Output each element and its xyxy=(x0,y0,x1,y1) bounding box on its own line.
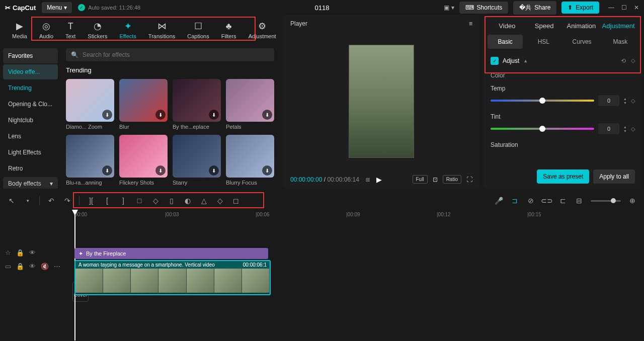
stepper-icon[interactable]: ▲▼ xyxy=(623,125,627,133)
effect-card[interactable]: ⬇Blurry Focus xyxy=(226,135,274,186)
subtab-hsl[interactable]: HSL xyxy=(526,35,561,49)
tab-animation[interactable]: Animation xyxy=(563,22,600,30)
player-preview[interactable] xyxy=(349,45,414,158)
subtab-mask[interactable]: Mask xyxy=(603,35,638,49)
magnet-icon[interactable]: ⊐ xyxy=(510,196,519,205)
trim-right-icon[interactable]: ] xyxy=(119,196,128,205)
full-button[interactable]: Full xyxy=(413,175,428,184)
delete-icon[interactable]: □ xyxy=(135,196,144,205)
pointer-icon[interactable]: ↖ xyxy=(7,196,16,205)
redo-icon[interactable]: ↷ xyxy=(63,196,72,205)
subtab-basic[interactable]: Basic xyxy=(488,35,523,49)
eye-icon[interactable]: 👁 xyxy=(29,249,36,257)
effect-card[interactable]: ⬇By the...eplace xyxy=(173,79,221,130)
rotate-icon[interactable]: ◇ xyxy=(215,196,224,205)
lock-icon[interactable]: 🔒 xyxy=(16,263,24,270)
stepper-icon[interactable]: ▲▼ xyxy=(623,97,627,105)
tab-adjustment-right[interactable]: Adjustment xyxy=(600,22,637,30)
star-icon[interactable]: ☆ xyxy=(5,249,11,257)
download-icon[interactable]: ⬇ xyxy=(102,165,112,176)
effect-card[interactable]: ⬇Diamo... Zoom xyxy=(66,79,114,130)
sidebar-favorites[interactable]: Favorites xyxy=(3,48,58,63)
lock-icon[interactable]: 🔒 xyxy=(16,249,24,257)
mirror-icon[interactable]: △ xyxy=(199,196,208,205)
download-icon[interactable]: ⬇ xyxy=(262,110,272,120)
download-icon[interactable]: ⬇ xyxy=(155,110,166,120)
download-icon[interactable]: ⬇ xyxy=(155,165,166,176)
share-button[interactable]: �共 Share xyxy=(513,1,556,15)
sidebar-trending[interactable]: Trending xyxy=(3,80,58,96)
chevron-down-icon[interactable]: ▾ xyxy=(23,196,32,205)
shield-icon[interactable]: ◇ xyxy=(151,196,160,205)
save-preset-button[interactable]: Save as preset xyxy=(537,169,589,184)
tab-captions[interactable]: ☐Captions xyxy=(181,19,215,41)
effect-clip[interactable]: ✦ By the Fireplace xyxy=(74,248,268,259)
tab-filters[interactable]: ♣Filters xyxy=(215,19,243,41)
tab-video[interactable]: Video xyxy=(489,22,526,30)
volume-icon[interactable]: ≣ xyxy=(365,176,370,183)
search-input[interactable]: 🔍 Search for effects xyxy=(66,48,274,61)
download-icon[interactable]: ⬇ xyxy=(209,110,219,120)
video-clip[interactable]: A woman tayping a message on a smartphon… xyxy=(74,260,271,295)
zoom-out-icon[interactable]: ⊟ xyxy=(575,196,584,205)
apply-all-button[interactable]: Apply to all xyxy=(593,169,635,184)
eye-icon[interactable]: 👁 xyxy=(29,263,36,270)
split-icon[interactable]: ]​[ xyxy=(87,196,96,205)
sidebar-nightclub[interactable]: Nightclub xyxy=(3,113,58,128)
speed-icon[interactable]: ◐ xyxy=(183,196,192,205)
download-icon[interactable]: ⬇ xyxy=(102,110,112,120)
keyframe-icon[interactable]: ◇ xyxy=(631,57,635,64)
effect-card[interactable]: ⬇Starry xyxy=(173,135,221,186)
tab-speed[interactable]: Speed xyxy=(526,22,563,30)
more-icon[interactable]: ⋯ xyxy=(54,263,60,270)
subtab-curves[interactable]: Curves xyxy=(565,35,600,49)
export-button[interactable]: ⬆ Export xyxy=(561,2,599,14)
mute-icon[interactable]: 🔇 xyxy=(41,263,49,270)
layout-icon[interactable]: ▣ ▾ xyxy=(444,4,454,11)
sidebar-body-effects[interactable]: Body effects▾ xyxy=(3,177,58,189)
menu-icon[interactable]: ≡ xyxy=(469,20,472,27)
sidebar-lens[interactable]: Lens xyxy=(3,129,58,144)
expand-icon[interactable]: ⛶ xyxy=(466,176,472,183)
effect-card[interactable]: ⬇Blu-ra...anning xyxy=(66,135,114,186)
tab-stickers[interactable]: ◔Stickers xyxy=(82,19,113,41)
zoom-in-icon[interactable]: ⊕ xyxy=(628,196,637,205)
shortcuts-button[interactable]: ⌨ Shortcuts xyxy=(459,2,509,14)
temp-slider[interactable] xyxy=(491,100,594,102)
keyframe-icon[interactable]: ◇ xyxy=(631,98,635,104)
trim-left-icon[interactable]: [ xyxy=(103,196,112,205)
tab-adjustment[interactable]: ⚙Adjustment xyxy=(243,19,282,41)
tab-effects[interactable]: ✦Effects xyxy=(113,19,142,41)
minimize-icon[interactable]: — xyxy=(608,4,614,11)
chain-icon[interactable]: ⊂⊃ xyxy=(542,196,551,205)
align-icon[interactable]: ⊏ xyxy=(558,196,568,205)
maximize-icon[interactable]: ☐ xyxy=(621,4,627,11)
chevron-up-icon[interactable]: ▲ xyxy=(523,58,528,63)
tab-text[interactable]: TText xyxy=(59,19,82,41)
timeline-ruler[interactable]: 00:00 |00:03 |00:06 |00:09 |00:12 |00:15 xyxy=(70,210,644,222)
sidebar-retro[interactable]: Retro xyxy=(3,161,58,176)
film-icon[interactable]: ▭ xyxy=(5,263,11,270)
effect-card[interactable]: ⬇Flickery Shots xyxy=(119,135,168,186)
undo-icon[interactable]: ↶ xyxy=(47,196,56,205)
sidebar-opening[interactable]: Opening & Clo... xyxy=(3,97,58,112)
mic-icon[interactable]: 🎤 xyxy=(494,196,503,205)
adjust-checkbox[interactable]: ✓ xyxy=(491,57,499,65)
fit-icon[interactable]: ⊡ xyxy=(433,176,438,183)
effect-card[interactable]: ⬇Blur xyxy=(119,79,168,130)
tab-media[interactable]: ▶Media xyxy=(6,19,33,41)
tint-slider[interactable] xyxy=(491,128,594,130)
ratio-button[interactable]: Ratio xyxy=(443,175,461,184)
tint-value[interactable]: 0 xyxy=(598,123,619,134)
zoom-slider[interactable] xyxy=(591,200,621,202)
menu-button[interactable]: Menu ▾ xyxy=(42,2,72,13)
link-icon[interactable]: ⊘ xyxy=(526,196,535,205)
temp-value[interactable]: 0 xyxy=(598,95,619,106)
download-icon[interactable]: ⬇ xyxy=(262,165,272,176)
close-icon[interactable]: ✕ xyxy=(634,4,639,11)
tab-transitions[interactable]: ⋈Transitions xyxy=(142,19,181,41)
keyframe-icon[interactable]: ◇ xyxy=(631,126,635,132)
sidebar-video-effects[interactable]: Video effe... xyxy=(3,64,58,79)
crop-icon[interactable]: ◻ xyxy=(231,196,240,205)
effect-card[interactable]: ⬇Petals xyxy=(226,79,274,130)
